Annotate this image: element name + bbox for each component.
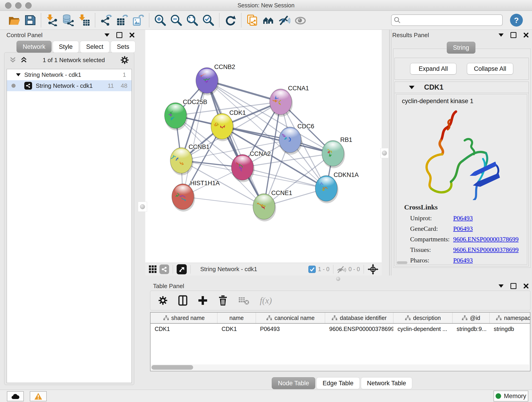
refresh-icon[interactable] [222,12,238,28]
edge-CCNB2-CCNE1[interactable] [207,80,264,206]
node-CDC25B[interactable] [165,103,188,130]
gene-section-header[interactable]: CDK1 [395,82,529,93]
edge-CCNA2-CDKN1A[interactable] [242,167,326,188]
crosslink-link[interactable]: P06493 [453,257,473,264]
panel-divider[interactable] [389,30,391,275]
expand-all-icon[interactable] [20,57,27,64]
table-hscrollbar[interactable] [151,364,529,370]
table-row[interactable]: CDK1CDK1P064939606.ENSP00000378699cyclin… [151,324,530,334]
node-CDC6[interactable] [279,127,302,155]
node-CCNB1[interactable] [170,148,193,175]
panel-close-icon[interactable] [129,32,135,38]
network-canvas[interactable]: CCNB2CCNA1CDC25BCDK1CDC6RB1CCNB1CCNA2CDK… [145,30,382,263]
edge-CCNB2-HIST1H1A[interactable] [183,80,207,197]
first-neighbors-icon[interactable] [260,12,276,28]
table-cell[interactable]: CDK1 [151,324,217,334]
import-network-icon[interactable] [44,12,60,28]
zoom-selected-icon[interactable] [200,12,216,28]
node-CDK1[interactable] [211,114,234,141]
node-CCNE1[interactable] [253,194,276,221]
tree-expander-icon[interactable] [16,73,21,76]
tab-select[interactable]: Select [80,41,109,53]
crosslink-link[interactable]: 9606.ENSP00000378699 [453,236,519,243]
panel-float-icon[interactable] [510,283,516,289]
table-cell[interactable]: P06493 [256,324,325,334]
zoom-fit-icon[interactable] [184,12,200,28]
tab-style[interactable]: Style [53,41,79,53]
expand-all-button[interactable]: Expand All [410,63,456,75]
tab-network[interactable]: Network [17,41,51,53]
save-session-icon[interactable] [22,12,38,28]
column-header-namespace[interactable]: namespace [490,313,530,323]
help-icon[interactable]: ? [510,14,523,27]
column-header-canonical-name[interactable]: canonical name [256,313,325,323]
hide-selected-icon[interactable] [276,12,292,28]
tab-node-table[interactable]: Node Table [272,377,315,389]
node-CCNA1[interactable] [270,89,293,117]
left-splitter-handle[interactable] [138,202,147,212]
gear-icon[interactable] [120,56,129,64]
table-gear-icon[interactable] [158,296,168,305]
panel-menu-icon[interactable] [499,284,504,288]
node-HIST1H1A[interactable] [172,184,195,211]
column-header-description[interactable]: description [393,313,452,323]
right-splitter-handle[interactable] [380,148,389,158]
panel-menu-icon[interactable] [104,33,109,37]
pan-crosshair-icon[interactable] [367,264,379,275]
grid-view-icon[interactable] [148,265,157,274]
network-row[interactable]: String Network - cdk1 11 48 [7,80,132,91]
cloud-button[interactable] [7,391,24,401]
tab-sets[interactable]: Sets [111,41,135,53]
node-CCNA2[interactable] [231,154,254,182]
memory-button[interactable]: Memory [494,390,528,402]
node-RB1[interactable] [322,140,345,168]
zoom-out-icon[interactable] [168,12,184,28]
node-CCNB2[interactable] [196,68,219,95]
node-CDKN1A[interactable] [315,176,338,203]
export-table-icon[interactable] [114,12,130,28]
panel-menu-icon[interactable] [499,33,504,37]
selected-checkbox[interactable] [308,266,316,273]
add-column-icon[interactable] [198,296,208,305]
table-cell[interactable]: stringdb [490,324,530,334]
clone-network-icon[interactable] [244,12,260,28]
table-cell[interactable]: stringdb:9... [452,324,490,334]
hidden-eye-icon[interactable] [337,265,346,273]
warnings-button[interactable] [30,391,47,401]
horizontal-splitter-handle[interactable] [334,276,343,281]
show-all-icon[interactable] [292,12,308,28]
crosslink-link[interactable]: P06493 [453,215,473,222]
table-cell[interactable]: cyclin-dependent ... [393,324,452,334]
results-tab-string[interactable]: String [447,42,476,54]
crosslink-link[interactable]: 9606.ENSP00000378699 [453,246,519,254]
function-builder-icon[interactable]: f(x) [260,295,272,306]
search-input[interactable] [391,14,503,26]
results-scrollbar[interactable] [397,261,407,264]
table-cell[interactable]: CDK1 [217,324,256,334]
tab-network-table[interactable]: Network Table [361,377,412,389]
birds-eye-view-icon[interactable] [177,264,187,274]
import-table-icon[interactable] [76,12,92,28]
column-header-database-identifier[interactable]: database identifier [325,313,393,323]
panel-float-icon[interactable] [510,32,516,38]
panel-close-icon[interactable] [523,283,529,289]
open-folder-icon[interactable] [6,12,22,28]
tab-edge-table[interactable]: Edge Table [317,377,360,389]
export-network-icon[interactable] [98,12,114,28]
edge-HIST1H1A-CCNE1[interactable] [183,197,264,206]
import-database-icon[interactable] [60,12,76,28]
zoom-in-icon[interactable] [152,12,168,28]
crosslink-link[interactable]: P06493 [453,225,473,232]
collapse-all-icon[interactable] [9,57,16,64]
panel-close-icon[interactable] [523,32,529,38]
column-header--id[interactable]: @id [452,313,490,323]
table-cell[interactable]: 9606.ENSP00000378699 [325,324,393,334]
panel-float-icon[interactable] [116,32,122,38]
network-collection-row[interactable]: String Network - cdk1 1 [7,69,132,80]
delete-column-icon[interactable] [218,295,228,306]
section-collapse-icon[interactable] [409,86,414,89]
show-columns-icon[interactable] [178,295,187,306]
column-header-name[interactable]: name [217,313,256,323]
export-image-icon[interactable] [130,12,146,28]
network-share-view-icon[interactable] [159,264,169,274]
